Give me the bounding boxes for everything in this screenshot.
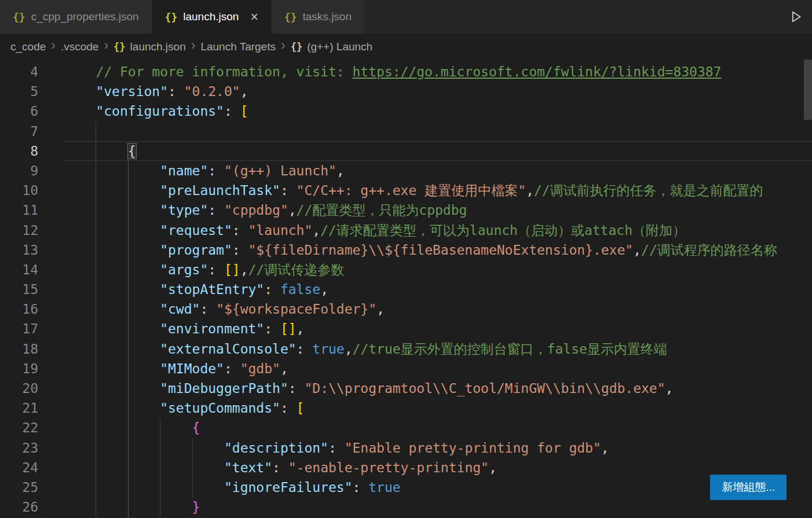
code-text[interactable]: "environment": [], (64, 319, 812, 339)
line-number[interactable]: 5 (0, 82, 64, 101)
code-line-24[interactable]: 24 "text": "-enable-pretty-printing", (0, 458, 812, 477)
json-file-icon: {} (13, 11, 25, 23)
breadcrumb: c_code›.vscode›{}launch.json›Launch Targ… (0, 34, 812, 60)
code-line-14[interactable]: 14 "args": [],//调试传递参数 (0, 260, 812, 280)
code-text[interactable]: // For more information, visit: https://… (64, 62, 812, 82)
json-file-icon: {} (165, 11, 178, 23)
tab-launch-json[interactable]: {}launch.json× (152, 0, 272, 34)
tab-bar: {}c_cpp_properties.json{}launch.json×{}t… (0, 0, 812, 34)
code-text[interactable]: "program": "${fileDirname}\\${fileBasena… (64, 240, 812, 260)
tab-label: tasks.json (303, 10, 352, 23)
chevron-right-icon: › (104, 39, 108, 52)
breadcrumb-item-launch-targets[interactable]: Launch Targets (200, 41, 276, 53)
code-line-4[interactable]: 4 // For more information, visit: https:… (0, 62, 812, 82)
breadcrumb-item-g-launch[interactable]: {}(g++) Launch (291, 41, 373, 53)
line-number[interactable]: 19 (0, 359, 64, 379)
line-number[interactable]: 6 (0, 101, 64, 121)
breadcrumb-label: launch.json (130, 41, 186, 53)
code-line-21[interactable]: 21 "setupCommands": [ (0, 398, 812, 418)
code-text[interactable]: "name": "(g++) Launch", (64, 161, 812, 181)
editor: 4 // For more information, visit: https:… (0, 60, 812, 518)
code-line-10[interactable]: 10 "preLaunchTask": "C/C++: g++.exe 建置使用… (0, 181, 812, 200)
line-number[interactable]: 17 (0, 319, 64, 339)
breadcrumb-label: Launch Targets (200, 41, 276, 53)
code-text[interactable]: "setupCommands": [ (64, 398, 812, 418)
code-text[interactable]: { (64, 418, 812, 438)
line-number[interactable]: 11 (0, 200, 64, 220)
line-number[interactable]: 26 (0, 497, 64, 517)
json-file-icon: {} (284, 11, 297, 23)
code-line-5[interactable]: 5 "version": "0.2.0", (0, 82, 812, 101)
code-line-7[interactable]: 7 (0, 122, 812, 141)
code-line-22[interactable]: 22 { (0, 418, 812, 438)
code-line-20[interactable]: 20 "miDebuggerPath": "D:\\programtool\\C… (0, 379, 812, 398)
line-number[interactable]: 15 (0, 280, 64, 299)
code-text[interactable]: "cwd": "${workspaceFolder}", (64, 299, 812, 319)
code-text[interactable]: "version": "0.2.0", (64, 82, 812, 101)
code-text[interactable]: "stopAtEntry": false, (64, 280, 812, 299)
tab-label: launch.json (183, 10, 239, 23)
code-text[interactable]: "type": "cppdbg",//配置类型，只能为cppdbg (64, 200, 812, 220)
code-text[interactable]: "miDebuggerPath": "D:\\programtool\\C_to… (64, 379, 812, 398)
line-number[interactable]: 12 (0, 221, 64, 240)
line-number[interactable]: 7 (0, 122, 64, 141)
line-number[interactable]: 8 (0, 141, 64, 161)
code-text[interactable]: "description": "Enable pretty-printing f… (64, 438, 812, 458)
line-number[interactable]: 24 (0, 458, 64, 477)
code-line-17[interactable]: 17 "environment": [], (0, 319, 812, 339)
code-text[interactable]: "text": "-enable-pretty-printing", (64, 458, 812, 477)
line-number[interactable]: 21 (0, 398, 64, 418)
breadcrumb-item-launch-json[interactable]: {}launch.json (114, 41, 186, 53)
code-line-16[interactable]: 16 "cwd": "${workspaceFolder}", (0, 299, 812, 319)
breadcrumb-item-vscode[interactable]: .vscode (61, 41, 98, 53)
code-line-26[interactable]: 26 } (0, 497, 812, 517)
line-number[interactable]: 18 (0, 339, 64, 359)
run-button[interactable] (780, 0, 812, 34)
code-line-19[interactable]: 19 "MIMode": "gdb", (0, 359, 812, 379)
code-text[interactable]: "configurations": [ (64, 101, 812, 121)
close-icon[interactable]: × (250, 10, 258, 24)
code-line-25[interactable]: 25 "ignoreFailures": true (0, 477, 812, 497)
code-text[interactable]: "externalConsole": true,//true显示外置的控制台窗口… (64, 339, 812, 359)
tab-c-cpp-properties-json[interactable]: {}c_cpp_properties.json (0, 0, 152, 34)
breadcrumb-label: (g++) Launch (307, 41, 372, 53)
tab-tasks-json[interactable]: {}tasks.json (272, 0, 365, 34)
add-configuration-button[interactable]: 新增組態... (710, 475, 787, 500)
chevron-right-icon: › (281, 39, 286, 52)
code-text[interactable] (64, 122, 812, 141)
line-number[interactable]: 16 (0, 299, 64, 319)
code-line-9[interactable]: 9 "name": "(g++) Launch", (0, 161, 812, 181)
scrollbar-thumb[interactable] (804, 60, 812, 120)
code-text[interactable]: "preLaunchTask": "C/C++: g++.exe 建置使用中檔案… (64, 181, 812, 200)
line-number[interactable]: 4 (0, 62, 64, 82)
code-text[interactable]: "request": "launch",//请求配置类型，可以为launch（启… (64, 221, 812, 240)
code-text[interactable]: { (64, 141, 812, 161)
line-number[interactable]: 20 (0, 379, 64, 398)
line-number[interactable]: 25 (0, 477, 64, 497)
code-text[interactable]: "MIMode": "gdb", (64, 359, 812, 379)
code-line-12[interactable]: 12 "request": "launch",//请求配置类型，可以为launc… (0, 221, 812, 240)
line-number[interactable]: 10 (0, 181, 64, 200)
chevron-right-icon: › (51, 39, 56, 52)
code-line-13[interactable]: 13 "program": "${fileDirname}\\${fileBas… (0, 240, 812, 260)
json-file-icon: {} (114, 41, 125, 53)
code-text[interactable]: "args": [],//调试传递参数 (64, 260, 812, 280)
chevron-right-icon: › (191, 39, 196, 52)
code-text[interactable]: } (64, 497, 812, 517)
code-line-11[interactable]: 11 "type": "cppdbg",//配置类型，只能为cppdbg (0, 200, 812, 220)
line-number[interactable]: 22 (0, 418, 64, 438)
run-icon (789, 10, 803, 24)
breadcrumb-label: .vscode (61, 41, 98, 53)
code-line-18[interactable]: 18 "externalConsole": true,//true显示外置的控制… (0, 339, 812, 359)
code-line-8[interactable]: 8 { (0, 141, 812, 161)
line-number[interactable]: 14 (0, 260, 64, 280)
breadcrumb-label: c_code (10, 41, 46, 53)
breadcrumb-item-c-code[interactable]: c_code (10, 41, 46, 53)
code-line-15[interactable]: 15 "stopAtEntry": false, (0, 280, 812, 299)
code-line-23[interactable]: 23 "description": "Enable pretty-printin… (0, 438, 812, 458)
code-line-6[interactable]: 6 "configurations": [ (0, 101, 812, 121)
code-text[interactable]: "ignoreFailures": true (64, 477, 812, 497)
line-number[interactable]: 23 (0, 438, 64, 458)
line-number[interactable]: 9 (0, 161, 64, 181)
line-number[interactable]: 13 (0, 240, 64, 260)
